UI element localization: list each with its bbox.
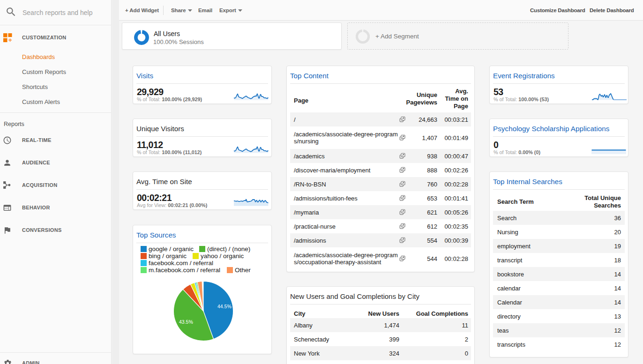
svg-text:43.5%: 43.5% — [179, 319, 193, 325]
svg-text:44.5%: 44.5% — [217, 304, 232, 309]
